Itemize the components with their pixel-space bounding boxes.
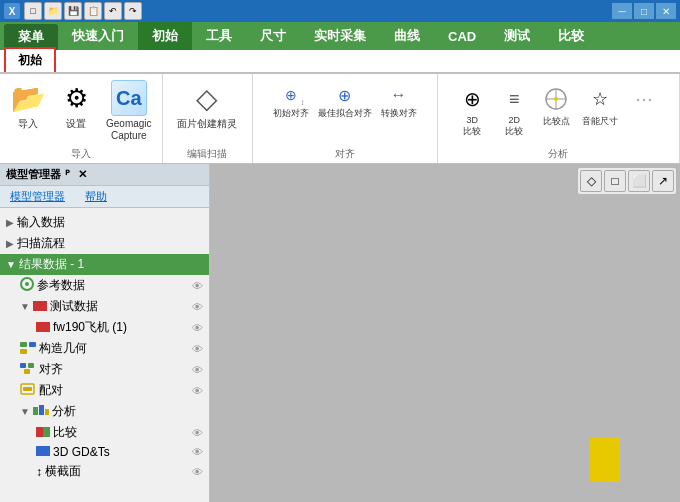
ribbon-group-import: 📂 导入 ⚙ 设置 Ca GeomagicCapture 导入 (0, 74, 163, 163)
eye-icon[interactable]: 👁 (192, 385, 203, 397)
vp-arrow-icon[interactable]: ↗ (652, 170, 674, 192)
title-toolbar: □ 📁 💾 📋 ↶ ↷ (24, 2, 142, 20)
eye-icon[interactable]: 👁 (192, 427, 203, 439)
menu-item-realtime[interactable]: 实时采集 (300, 22, 380, 50)
tree-icon (33, 300, 47, 314)
panel-header: 模型管理器 ᴾ ✕ (0, 164, 209, 186)
settings-button[interactable]: ⚙ 设置 (54, 78, 98, 132)
open-button[interactable]: 📁 (44, 2, 62, 20)
geomagic-capture-icon: Ca (111, 80, 147, 116)
tree-item-input-data[interactable]: ▶ 输入数据 (0, 212, 209, 233)
tree-item-align[interactable]: 对齐 👁 (0, 359, 209, 380)
extra-button[interactable]: ⋯ (625, 82, 663, 116)
settings-icon: ⚙ (58, 80, 94, 116)
settings-label: 设置 (66, 118, 86, 130)
eye-icon[interactable]: 👁 (192, 446, 203, 458)
save-button[interactable]: 💾 (64, 2, 82, 20)
tree-item-analysis[interactable]: ▼ 分析 (0, 401, 209, 422)
tree-item-compare[interactable]: 比较 👁 (0, 422, 209, 443)
vp-cube-icon[interactable]: ⬜ (628, 170, 650, 192)
menu-item-cad[interactable]: CAD (434, 22, 490, 50)
close-button[interactable]: ✕ (656, 3, 676, 19)
eye-icon[interactable]: 👁 (192, 466, 203, 478)
best-fit-align-button[interactable]: ⊕ 最佳拟合对齐 (315, 82, 375, 121)
tree-icon (36, 321, 50, 335)
ribbon-tab-active[interactable]: 初始 (4, 47, 56, 72)
panel-close[interactable]: ✕ (78, 168, 87, 181)
menu-item-curve[interactable]: 曲线 (380, 22, 434, 50)
expand-arrow: ▶ (6, 217, 14, 228)
left-panel: 模型管理器 ᴾ ✕ 模型管理器 帮助 ▶ 输入数据 ▶ 扫描流程 ▼ 结果数据 … (0, 164, 210, 502)
tree-label: 扫描流程 (17, 235, 65, 252)
tree-label: 3D GD&Ts (53, 445, 110, 459)
tree-item-3d-gdt[interactable]: 3D GD&Ts 👁 (0, 443, 209, 461)
viewport[interactable]: ◇ □ ⬜ ↗ (210, 164, 680, 502)
tab-model-manager[interactable]: 模型管理器 (0, 186, 75, 207)
panel-tabs: 模型管理器 帮助 (0, 186, 209, 208)
sound-size-button[interactable]: ☆ 音能尺寸 (579, 82, 621, 129)
menu-item-quickstart[interactable]: 快速入门 (58, 22, 138, 50)
compare-point-button[interactable]: 比较点 (537, 82, 575, 129)
start-align-label: 初始对齐 (273, 107, 309, 120)
tree-icon (36, 426, 50, 440)
compare-point-icon (540, 83, 572, 115)
best-fit-align-icon: ⊕ (331, 83, 359, 107)
tree-icon (33, 403, 49, 420)
convert-align-button[interactable]: ↔ 转换对齐 (378, 82, 420, 121)
tree-item-result-data[interactable]: ▼ 结果数据 - 1 (0, 254, 209, 275)
vp-shape-icon[interactable]: ◇ (580, 170, 602, 192)
menu-item-test[interactable]: 测试 (490, 22, 544, 50)
face-create-label: 面片创建精灵 (177, 118, 237, 130)
menu-item-tools[interactable]: 工具 (192, 22, 246, 50)
save-as-button[interactable]: 📋 (84, 2, 102, 20)
svg-rect-8 (20, 349, 27, 354)
new-button[interactable]: □ (24, 2, 42, 20)
tree-item-ref-data[interactable]: 参考数据 👁 (0, 275, 209, 296)
tree-icon: ↕ (36, 465, 42, 479)
tree-item-fw190[interactable]: fw190飞机 (1) 👁 (0, 317, 209, 338)
svg-rect-16 (45, 409, 49, 415)
tree-item-scan-flow[interactable]: ▶ 扫描流程 (0, 233, 209, 254)
panel-pin[interactable]: ᴾ (65, 168, 70, 182)
import-button[interactable]: 📂 导入 (6, 78, 50, 132)
tree-item-construct-geo[interactable]: 构造几何 👁 (0, 338, 209, 359)
import-icon: 📂 (10, 80, 46, 116)
geomagic-capture-label: GeomagicCapture (106, 118, 152, 142)
geomagic-capture-button[interactable]: Ca GeomagicCapture (102, 78, 156, 144)
eye-icon[interactable]: 👁 (192, 322, 203, 334)
panel-title: 模型管理器 (6, 167, 61, 182)
face-create-button[interactable]: ◇ 面片创建精灵 (173, 78, 241, 132)
menu-item-compare[interactable]: 比较 (544, 22, 598, 50)
ribbon-group-edit-scan: ◇ 面片创建精灵 编辑扫描 (163, 74, 253, 163)
tree-item-pair[interactable]: 配对 👁 (0, 380, 209, 401)
minimize-button[interactable]: ─ (612, 3, 632, 19)
eye-icon[interactable]: 👁 (192, 364, 203, 376)
tree-item-test-data[interactable]: ▼ 测试数据 👁 (0, 296, 209, 317)
menu-item-start[interactable]: 初始 (138, 22, 192, 50)
app-icon: X (4, 3, 20, 19)
menu-bar: 菜单 快速入门 初始 工具 尺寸 实时采集 曲线 CAD 测试 比较 (0, 22, 680, 50)
redo-button[interactable]: ↷ (124, 2, 142, 20)
sound-size-label: 音能尺寸 (582, 115, 618, 128)
undo-button[interactable]: ↶ (104, 2, 122, 20)
tab-help[interactable]: 帮助 (75, 186, 117, 207)
svg-rect-10 (28, 363, 34, 368)
tree-label: 比较 (53, 424, 77, 441)
vp-box-icon[interactable]: □ (604, 170, 626, 192)
eye-icon[interactable]: 👁 (192, 280, 203, 292)
3d-compare-button[interactable]: ⊕ 3D比较 (453, 82, 491, 139)
tree-item-cross-section[interactable]: ↕ 横截面 👁 (0, 461, 209, 482)
eye-icon[interactable]: 👁 (192, 343, 203, 355)
tree-icon (20, 340, 36, 357)
start-align-button[interactable]: ⊕↕ 初始对齐 (270, 82, 312, 121)
expand-arrow: ▼ (20, 301, 30, 312)
eye-icon[interactable]: 👁 (192, 301, 203, 313)
2d-compare-button[interactable]: ≡ 2D比较 (495, 82, 533, 139)
menu-item-dimension[interactable]: 尺寸 (246, 22, 300, 50)
face-create-icon: ◇ (189, 80, 225, 116)
title-bar: X □ 📁 💾 📋 ↶ ↷ ─ □ ✕ (0, 0, 680, 22)
tree-label: 配对 (39, 382, 63, 399)
ribbon-group-analysis: ⊕ 3D比较 ≡ 2D比较 比较点 ☆ (438, 74, 680, 163)
start-align-icon: ⊕↕ (277, 83, 305, 107)
maximize-button[interactable]: □ (634, 3, 654, 19)
